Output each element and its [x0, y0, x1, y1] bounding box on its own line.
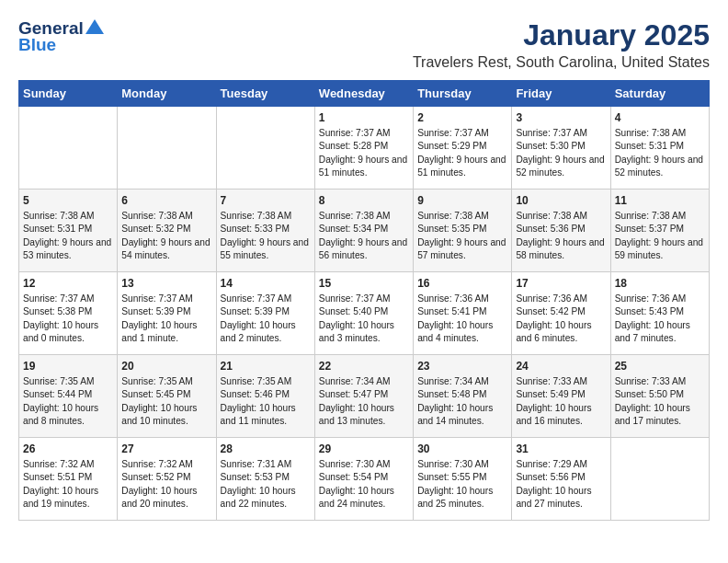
weekday-header: Tuesday — [216, 81, 314, 107]
day-number: 27 — [121, 442, 211, 455]
calendar-cell: 15Sunrise: 7:37 AM Sunset: 5:40 PM Dayli… — [314, 272, 413, 355]
day-info: Sunrise: 7:30 AM Sunset: 5:55 PM Dayligh… — [417, 458, 507, 511]
calendar-cell: 25Sunrise: 7:33 AM Sunset: 5:50 PM Dayli… — [610, 355, 709, 438]
day-info: Sunrise: 7:38 AM Sunset: 5:36 PM Dayligh… — [516, 210, 606, 262]
logo: General Blue — [18, 18, 104, 55]
day-number: 9 — [417, 194, 507, 207]
weekday-header-row: SundayMondayTuesdayWednesdayThursdayFrid… — [19, 81, 710, 107]
weekday-header: Wednesday — [314, 81, 413, 107]
calendar-cell: 31Sunrise: 7:29 AM Sunset: 5:56 PM Dayli… — [512, 438, 610, 521]
weekday-header: Friday — [512, 81, 610, 107]
day-number: 21 — [221, 360, 311, 373]
day-info: Sunrise: 7:38 AM Sunset: 5:31 PM Dayligh… — [615, 127, 705, 179]
day-info: Sunrise: 7:37 AM Sunset: 5:30 PM Dayligh… — [516, 127, 606, 179]
day-number: 30 — [417, 442, 507, 455]
calendar-cell — [216, 107, 314, 190]
day-number: 29 — [319, 442, 409, 455]
day-number: 11 — [615, 194, 705, 207]
weekday-header: Monday — [118, 81, 216, 107]
calendar-cell: 21Sunrise: 7:35 AM Sunset: 5:46 PM Dayli… — [216, 355, 314, 438]
calendar-cell: 12Sunrise: 7:37 AM Sunset: 5:38 PM Dayli… — [19, 272, 118, 355]
day-number: 4 — [615, 111, 705, 124]
calendar-cell: 16Sunrise: 7:36 AM Sunset: 5:41 PM Dayli… — [414, 272, 512, 355]
calendar-cell: 6Sunrise: 7:38 AM Sunset: 5:32 PM Daylig… — [118, 190, 216, 272]
day-number: 31 — [516, 442, 606, 455]
day-info: Sunrise: 7:32 AM Sunset: 5:51 PM Dayligh… — [23, 458, 113, 511]
calendar-cell: 26Sunrise: 7:32 AM Sunset: 5:51 PM Dayli… — [19, 438, 118, 521]
calendar-cell: 29Sunrise: 7:30 AM Sunset: 5:54 PM Dayli… — [314, 438, 413, 521]
day-number: 5 — [23, 194, 113, 207]
day-number: 12 — [23, 277, 113, 290]
calendar-cell: 19Sunrise: 7:35 AM Sunset: 5:44 PM Dayli… — [19, 355, 118, 438]
day-info: Sunrise: 7:36 AM Sunset: 5:43 PM Dayligh… — [615, 293, 705, 345]
day-number: 19 — [23, 360, 113, 373]
calendar-cell: 11Sunrise: 7:38 AM Sunset: 5:37 PM Dayli… — [610, 190, 709, 272]
day-number: 2 — [417, 111, 507, 124]
calendar-title: January 2025 — [413, 18, 710, 52]
day-info: Sunrise: 7:38 AM Sunset: 5:33 PM Dayligh… — [221, 210, 311, 262]
day-info: Sunrise: 7:38 AM Sunset: 5:32 PM Dayligh… — [121, 210, 211, 262]
day-number: 7 — [221, 194, 311, 207]
day-info: Sunrise: 7:38 AM Sunset: 5:31 PM Dayligh… — [23, 210, 113, 262]
day-info: Sunrise: 7:37 AM Sunset: 5:38 PM Dayligh… — [23, 293, 113, 345]
day-number: 6 — [121, 194, 211, 207]
calendar-cell: 1Sunrise: 7:37 AM Sunset: 5:28 PM Daylig… — [314, 107, 413, 190]
calendar-cell: 9Sunrise: 7:38 AM Sunset: 5:35 PM Daylig… — [414, 190, 512, 272]
day-number: 20 — [121, 360, 211, 373]
day-number: 3 — [516, 111, 606, 124]
calendar-cell: 27Sunrise: 7:32 AM Sunset: 5:52 PM Dayli… — [118, 438, 216, 521]
svg-marker-0 — [85, 19, 104, 34]
calendar-week-row: 19Sunrise: 7:35 AM Sunset: 5:44 PM Dayli… — [19, 355, 710, 438]
day-info: Sunrise: 7:35 AM Sunset: 5:44 PM Dayligh… — [23, 375, 113, 428]
calendar-table: SundayMondayTuesdayWednesdayThursdayFrid… — [18, 80, 710, 521]
day-number: 26 — [23, 442, 113, 455]
day-info: Sunrise: 7:37 AM Sunset: 5:39 PM Dayligh… — [121, 293, 211, 345]
calendar-cell: 28Sunrise: 7:31 AM Sunset: 5:53 PM Dayli… — [216, 438, 314, 521]
day-info: Sunrise: 7:38 AM Sunset: 5:35 PM Dayligh… — [417, 210, 507, 262]
day-number: 22 — [319, 360, 409, 373]
day-number: 28 — [221, 442, 311, 455]
calendar-cell: 17Sunrise: 7:36 AM Sunset: 5:42 PM Dayli… — [512, 272, 610, 355]
calendar-cell: 14Sunrise: 7:37 AM Sunset: 5:39 PM Dayli… — [216, 272, 314, 355]
day-number: 13 — [121, 277, 211, 290]
day-number: 10 — [516, 194, 606, 207]
day-number: 25 — [615, 360, 705, 373]
day-info: Sunrise: 7:33 AM Sunset: 5:50 PM Dayligh… — [615, 375, 705, 428]
calendar-week-row: 5Sunrise: 7:38 AM Sunset: 5:31 PM Daylig… — [19, 190, 710, 272]
weekday-header: Saturday — [610, 81, 709, 107]
day-info: Sunrise: 7:37 AM Sunset: 5:28 PM Dayligh… — [319, 127, 409, 179]
calendar-cell: 13Sunrise: 7:37 AM Sunset: 5:39 PM Dayli… — [118, 272, 216, 355]
day-info: Sunrise: 7:31 AM Sunset: 5:53 PM Dayligh… — [221, 458, 311, 511]
calendar-cell: 8Sunrise: 7:38 AM Sunset: 5:34 PM Daylig… — [314, 190, 413, 272]
calendar-cell — [118, 107, 216, 190]
day-info: Sunrise: 7:37 AM Sunset: 5:29 PM Dayligh… — [417, 127, 507, 179]
day-info: Sunrise: 7:37 AM Sunset: 5:40 PM Dayligh… — [319, 293, 409, 345]
calendar-cell: 2Sunrise: 7:37 AM Sunset: 5:29 PM Daylig… — [414, 107, 512, 190]
calendar-cell: 24Sunrise: 7:33 AM Sunset: 5:49 PM Dayli… — [512, 355, 610, 438]
page-header: General Blue January 2025 Travelers Rest… — [18, 18, 710, 71]
calendar-cell: 4Sunrise: 7:38 AM Sunset: 5:31 PM Daylig… — [610, 107, 709, 190]
calendar-cell: 22Sunrise: 7:34 AM Sunset: 5:47 PM Dayli… — [314, 355, 413, 438]
calendar-subtitle: Travelers Rest, South Carolina, United S… — [413, 54, 710, 71]
calendar-cell — [19, 107, 118, 190]
day-info: Sunrise: 7:34 AM Sunset: 5:47 PM Dayligh… — [319, 375, 409, 428]
day-info: Sunrise: 7:34 AM Sunset: 5:48 PM Dayligh… — [417, 375, 507, 428]
calendar-cell: 20Sunrise: 7:35 AM Sunset: 5:45 PM Dayli… — [118, 355, 216, 438]
title-block: January 2025 Travelers Rest, South Carol… — [413, 18, 710, 71]
day-number: 16 — [417, 277, 507, 290]
day-number: 24 — [516, 360, 606, 373]
day-number: 15 — [319, 277, 409, 290]
calendar-cell: 23Sunrise: 7:34 AM Sunset: 5:48 PM Dayli… — [414, 355, 512, 438]
day-info: Sunrise: 7:38 AM Sunset: 5:34 PM Dayligh… — [319, 210, 409, 262]
calendar-week-row: 1Sunrise: 7:37 AM Sunset: 5:28 PM Daylig… — [19, 107, 710, 190]
day-info: Sunrise: 7:37 AM Sunset: 5:39 PM Dayligh… — [221, 293, 311, 345]
day-info: Sunrise: 7:29 AM Sunset: 5:56 PM Dayligh… — [516, 458, 606, 511]
day-number: 8 — [319, 194, 409, 207]
calendar-cell: 30Sunrise: 7:30 AM Sunset: 5:55 PM Dayli… — [414, 438, 512, 521]
day-info: Sunrise: 7:30 AM Sunset: 5:54 PM Dayligh… — [319, 458, 409, 511]
logo-blue: Blue — [18, 35, 56, 55]
weekday-header: Sunday — [19, 81, 118, 107]
calendar-cell: 10Sunrise: 7:38 AM Sunset: 5:36 PM Dayli… — [512, 190, 610, 272]
day-info: Sunrise: 7:35 AM Sunset: 5:46 PM Dayligh… — [221, 375, 311, 428]
weekday-header: Thursday — [414, 81, 512, 107]
